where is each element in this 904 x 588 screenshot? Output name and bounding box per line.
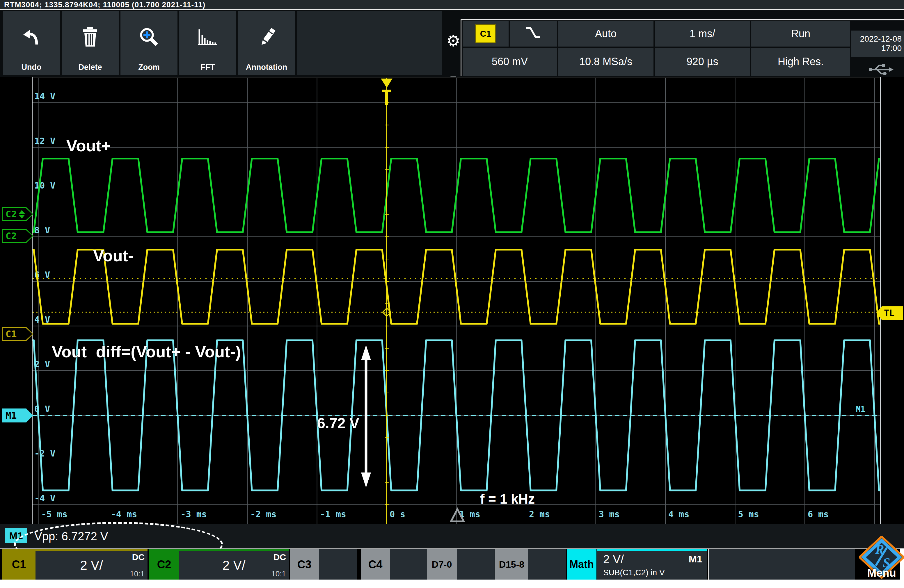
fft-button[interactable]: FFT — [179, 11, 236, 75]
c1-ground-flag[interactable]: C1 — [2, 327, 33, 341]
y-axis-label: 14 V — [34, 91, 55, 101]
vout-minus-label: Vout- — [93, 246, 134, 265]
zoom-icon — [139, 11, 159, 63]
trigger-mode-cell[interactable]: Auto — [558, 21, 653, 47]
trigger-t-marker — [385, 90, 388, 105]
trigger-slope-cell[interactable] — [510, 21, 557, 47]
vpp-arrow-label: 6.72 V — [317, 415, 359, 432]
c2-offset-flag-label: C2 — [6, 209, 17, 220]
vout-plus-label: Vout+ — [66, 136, 111, 155]
tl-flag-label: TL — [884, 308, 895, 318]
sample-rate-cell[interactable]: 10.8 MSa/s — [558, 48, 653, 76]
channel-c1-settings[interactable]: 2 V/ DC 10:1 — [35, 549, 147, 580]
trash-icon — [81, 11, 100, 63]
waveform-svg: 14 V12 V10 V8 V6 V4 V2 V0 V-2 V-4 V-5 ms… — [33, 78, 880, 524]
y-axis-label: -2 V — [34, 448, 55, 458]
title-bar: RTM3004; 1335.8794K04; 110005 (01.700 20… — [0, 0, 904, 10]
y-axis-label: 12 V — [34, 136, 55, 146]
acquisition-mode-value: High Res. — [778, 55, 824, 68]
vpp-arrow-head-down — [361, 473, 371, 488]
x-axis-label: 2 ms — [529, 509, 550, 519]
scroll-updown-icon — [19, 210, 25, 218]
vout-diff-label: Vout_diff=(Vout+ - Vout-) — [52, 342, 241, 361]
device-id-text: RTM3004; 1335.8794K04; 110005 (01.700 20… — [0, 0, 205, 9]
channel-c3-settings[interactable] — [319, 549, 357, 580]
bottom-margin — [0, 580, 904, 588]
digital-d15-8-settings[interactable] — [528, 549, 566, 580]
trigger-mode-value: Auto — [595, 28, 616, 40]
trigger-level-flag[interactable]: TL — [876, 307, 903, 320]
acquisition-time-value: 920 µs — [687, 55, 718, 68]
sample-rate-value: 10.8 MSa/s — [579, 55, 632, 68]
y-axis-label: 8 V — [34, 225, 50, 236]
math-m1-settings[interactable]: 2 V/ M1 SUB(C1,C2) in V — [597, 549, 707, 580]
trigger-source-badge[interactable]: C1 — [475, 24, 496, 43]
vpp-arrow-head-up — [361, 345, 371, 360]
delete-button[interactable]: Delete — [62, 11, 119, 75]
annotation-label: Annotation — [246, 63, 287, 75]
math-formula: SUB(C1,C2) in V — [603, 568, 665, 577]
zoom-label: Zoom — [138, 63, 160, 75]
digital-d7-0-button[interactable]: D7-0 — [427, 549, 457, 580]
freq-label: f = 1 kHz — [480, 491, 535, 507]
x-axis-label: 0 s — [390, 509, 405, 519]
c2-offset-flag[interactable]: C2 — [2, 207, 33, 221]
channel-c4-button[interactable]: C4 — [361, 549, 390, 580]
c2-probe: 10:1 — [271, 569, 286, 579]
channel-c3-button[interactable]: C3 — [290, 549, 319, 580]
falling-edge-icon — [525, 25, 542, 42]
acquisition-time-cell[interactable]: 920 µs — [655, 48, 750, 76]
math-scale: 2 V/ — [603, 553, 624, 566]
c2-ground-flag[interactable]: C2 — [2, 229, 33, 243]
c2-flag-label: C2 — [6, 231, 17, 242]
fft-spectrum-icon — [198, 11, 218, 63]
x-axis-label: 4 ms — [669, 509, 689, 519]
channel-bar: C1 2 V/ DC 10:1 C2 2 V/ DC 10:1 C3 C4 D7… — [0, 548, 904, 580]
x-axis-label: 6 ms — [808, 509, 829, 519]
m1-line-label: M1 — [856, 405, 865, 414]
vpp-measurement-text: Vpp: 6.7272 V — [34, 524, 108, 548]
channel-bar-spacer — [708, 549, 855, 580]
measurement-row: M1 Vpp: 6.7272 V — [0, 524, 904, 548]
datetime-display: 2022-12-08 17:00 — [851, 30, 904, 57]
undo-label: Undo — [22, 63, 42, 75]
menu-button[interactable]: Menu — [859, 567, 904, 579]
grid-left-line — [461, 19, 461, 76]
pencil-icon — [256, 11, 277, 63]
zoom-button[interactable]: Zoom — [120, 11, 177, 75]
toolbar: Undo Delete Zoom FFT Annotation — [0, 10, 904, 77]
c1-coupling: DC — [132, 552, 145, 562]
delete-label: Delete — [78, 63, 102, 75]
usb-icon — [869, 62, 893, 78]
x-axis-label: -4 ms — [111, 509, 137, 519]
y-axis-label: 10 V — [34, 180, 55, 191]
x-axis-label: 5 ms — [738, 509, 759, 519]
math-button[interactable]: Math — [567, 549, 596, 580]
x-axis-label: -1 ms — [320, 509, 346, 519]
undo-icon — [22, 11, 41, 63]
c1-flag-label: C1 — [6, 329, 17, 340]
undo-button[interactable]: Undo — [3, 11, 60, 75]
annotation-button[interactable]: Annotation — [238, 11, 295, 75]
channel-c4-settings[interactable] — [390, 549, 428, 580]
timebase-cell[interactable]: 1 ms/ — [655, 21, 750, 47]
measurement-source-badge: M1 — [5, 528, 27, 543]
grid-top-line — [461, 19, 904, 21]
channel-c1-button[interactable]: C1 — [2, 549, 35, 580]
trigger-level-value: 560 mV — [492, 55, 528, 68]
channel-c2-button[interactable]: C2 — [149, 549, 179, 580]
gear-icon[interactable]: ⚙ — [444, 28, 462, 63]
toolbar-spacer — [297, 11, 442, 75]
acquisition-mode-cell[interactable]: High Res. — [751, 48, 850, 76]
fft-label: FFT — [201, 63, 215, 75]
m1-reference-flag[interactable]: M1 — [2, 408, 33, 422]
y-axis-label: -4 V — [34, 493, 55, 503]
trigger-source-cell[interactable]: C1 — [463, 21, 509, 47]
trigger-position-marker — [381, 79, 392, 88]
digital-d15-8-button[interactable]: D15-8 — [495, 549, 528, 580]
run-state-value: Run — [791, 28, 810, 40]
digital-d7-0-settings[interactable] — [457, 549, 495, 580]
run-state-cell[interactable]: Run — [751, 21, 850, 47]
channel-c2-settings[interactable]: 2 V/ DC 10:1 — [179, 549, 289, 580]
trigger-level-cell[interactable]: 560 mV — [463, 48, 557, 76]
